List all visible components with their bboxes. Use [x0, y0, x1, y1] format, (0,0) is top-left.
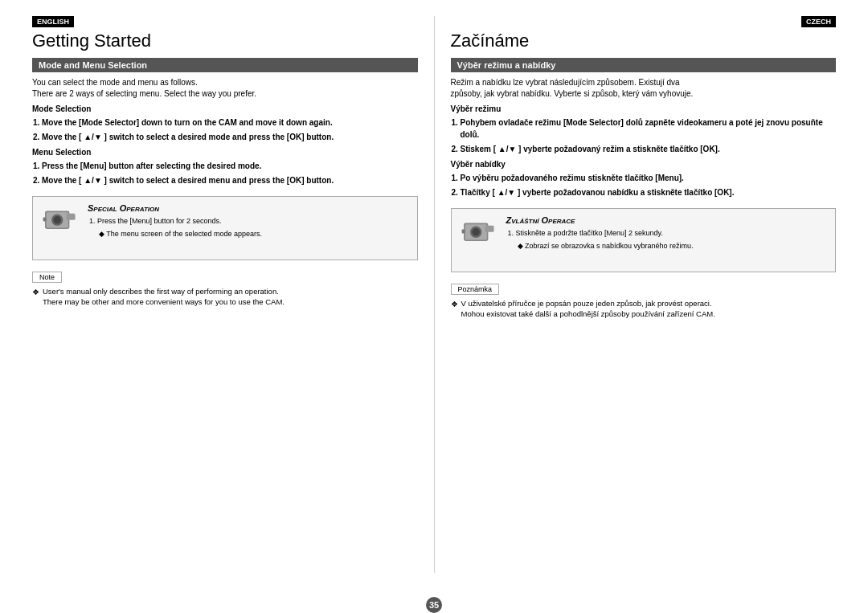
left-section-heading: Mode and Menu Selection — [32, 58, 418, 72]
right-special-bullet: ◆ Zobrazí se obrazovka s nabídkou vybran… — [518, 241, 828, 251]
right-note-label: Poznámka — [451, 284, 500, 295]
right-note-symbol: ❖ — [451, 298, 458, 320]
right-note-item-1: ❖ V uživatelské příručce je popsán pouze… — [451, 298, 837, 320]
left-note-content: ❖ User's manual only describes the first… — [32, 286, 418, 308]
left-special-item-1: Press the [Menu] button for 2 seconds. — [97, 216, 409, 227]
right-title-area: CZECH Začínáme — [451, 16, 837, 58]
czech-lang-badge: CZECH — [801, 16, 836, 27]
vybr-rezimu-heading: Výběr režimu — [451, 104, 837, 113]
right-special-item-1: Stiskněte a podržte tlačítko [Menu] 2 se… — [516, 228, 828, 239]
right-column: CZECH Začínáme Výběr režimu a nabídky Re… — [435, 16, 837, 573]
english-lang-badge: ENGLISH — [32, 16, 74, 27]
mode-selection-list: Move the [Mode Selector] down to turn on… — [42, 116, 418, 143]
left-note-item-1: ❖ User's manual only describes the first… — [32, 286, 418, 308]
right-intro: Režim a nabídku lze vybrat následujícím … — [451, 77, 837, 100]
right-special-op-box: Zvláštní Operace Stiskněte a podržte tla… — [451, 208, 837, 272]
left-intro-line2: There are 2 ways of selecting menu. Sele… — [32, 89, 256, 98]
svg-point-9 — [472, 228, 480, 236]
english-badge: ENGLISH — [32, 16, 418, 31]
right-camera-icon — [460, 215, 500, 247]
menu-selection-list: Press the [Menu] button after selecting … — [42, 160, 418, 186]
left-note-text: User's manual only describes the first w… — [43, 286, 418, 308]
page-number-area: 35 — [0, 597, 868, 613]
vybr-rezimu-list: Pohybem ovladače režimu [Mode Selector] … — [461, 116, 837, 155]
right-special-op-content: Zvláštní Operace Stiskněte a podržte tla… — [506, 215, 828, 251]
left-column: ENGLISH Getting Started Mode and Menu Se… — [32, 16, 435, 573]
menu-selection-heading: Menu Selection — [32, 148, 418, 157]
vybr-nabidky-heading: Výběr nabídky — [451, 160, 837, 169]
right-special-op-list: Stiskněte a podržte tlačítko [Menu] 2 se… — [516, 228, 828, 239]
right-note-text: V uživatelské příručce je popsán pouze j… — [461, 298, 837, 320]
czech-badge-spacer: CZECH — [451, 16, 837, 31]
right-note-box: Poznámka ❖ V uživatelské příručce je pop… — [451, 284, 837, 320]
svg-point-3 — [53, 216, 61, 224]
left-special-op-title: Special Operation — [88, 203, 409, 213]
right-header: CZECH Začínáme — [451, 16, 837, 58]
mode-selection-heading: Mode Selection — [32, 104, 418, 113]
vybr-nabidky-item-1: Po výběru požadovaného režimu stiskněte … — [461, 172, 837, 184]
page: ENGLISH Getting Started Mode and Menu Se… — [0, 0, 868, 613]
right-section-heading: Výběr režimu a nabídky — [451, 58, 837, 72]
vybr-nabidky-list: Po výběru požadovaného režimu stiskněte … — [461, 172, 837, 198]
vybr-nabidky-item-2: Tlačítky [ ▲/▼ ] vyberte požadovanou nab… — [461, 186, 837, 198]
svg-rect-4 — [66, 214, 75, 220]
vybr-rezimu-item-2: Stiskem [ ▲/▼ ] vyberte požadovaný režim… — [461, 143, 837, 155]
mode-item-2: Move the [ ▲/▼ ] switch to select a desi… — [42, 131, 418, 143]
vybr-rezimu-item-1: Pohybem ovladače režimu [Mode Selector] … — [461, 116, 837, 141]
right-intro-line1: Režim a nabídku lze vybrat následujícím … — [451, 78, 680, 87]
mode-item-1: Move the [Mode Selector] down to turn on… — [42, 116, 418, 129]
left-note-box: Note ❖ User's manual only describes the … — [32, 272, 418, 308]
content-area: ENGLISH Getting Started Mode and Menu Se… — [0, 0, 868, 589]
left-camera-icon — [41, 203, 81, 235]
left-special-op-list: Press the [Menu] button for 2 seconds. — [97, 216, 409, 227]
right-title: Začínáme — [451, 31, 837, 51]
left-special-op-content: Special Operation Press the [Menu] butto… — [88, 203, 409, 239]
page-number-badge: 35 — [426, 597, 442, 613]
left-note-label: Note — [32, 272, 62, 283]
left-special-op-box: Special Operation Press the [Menu] butto… — [32, 196, 418, 260]
right-special-op-title: Zvláštní Operace — [506, 215, 828, 225]
svg-rect-11 — [461, 230, 465, 234]
svg-rect-5 — [43, 218, 47, 222]
left-intro: You can select the mode and menu as foll… — [32, 77, 418, 100]
left-title: Getting Started — [32, 31, 418, 51]
menu-item-2: Move the [ ▲/▼ ] switch to select a desi… — [42, 174, 418, 186]
left-special-bullet: ◆ The menu screen of the selected mode a… — [99, 229, 409, 239]
left-intro-line1: You can select the mode and menu as foll… — [32, 78, 198, 87]
menu-item-1: Press the [Menu] button after selecting … — [42, 160, 418, 172]
left-note-symbol: ❖ — [32, 286, 39, 308]
right-note-content: ❖ V uživatelské příručce je popsán pouze… — [451, 298, 837, 320]
svg-rect-10 — [485, 226, 493, 232]
right-intro-line2: způsoby, jak vybrat nabídku. Vyberte si … — [451, 89, 694, 98]
